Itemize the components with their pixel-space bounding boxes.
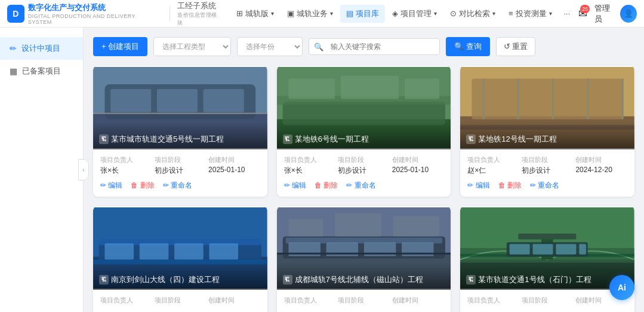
sidebar: ✏ 设计中项目 ▦ 已备案项目 ‹ — [0, 27, 84, 312]
bell-button[interactable]: ✉ 25 — [578, 7, 587, 20]
card-title-overlay: 🏗 某地铁6号线一期工程 — [277, 122, 451, 149]
card-title: 某地铁6号线一期工程 — [295, 134, 369, 145]
nav-label-rail: 城轨业务 — [297, 8, 328, 19]
time-value: 2024-12-20 — [575, 166, 627, 174]
delete-action[interactable]: 🗑 删除 — [498, 181, 522, 191]
nav-label-projects: 项目库 — [356, 8, 379, 19]
meta-owner: 项目负责人 — [467, 296, 519, 306]
svg-rect-55 — [580, 244, 587, 254]
card-body: 项目负责人 项目阶段 创建时间 ✏ 编辑 🗑 删除 ✏ 重命名 — [277, 290, 451, 312]
nav-right: ✉ 25 管理员 👤 — [578, 3, 637, 25]
card-body: 项目负责人 项目阶段 创建时间 ✏ 编辑 🗑 删除 ✏ 重命名 — [93, 290, 267, 312]
main-nav: ⊞ 城轨版 ▾ ▣ 城轨业务 ▾ ▤ 项目库 ◈ 项目管理 ▾ ⊙ 对比检索 ▾… — [230, 5, 575, 23]
nav-item-compare[interactable]: ⊙ 对比检索 ▾ — [444, 5, 501, 23]
user-name: 管理员 — [594, 3, 617, 25]
owner-label: 项目负责人 — [467, 155, 519, 164]
nav-more[interactable]: ··· — [559, 5, 575, 22]
ai-assistant-button[interactable]: Ai — [609, 275, 634, 300]
chevron-down-icon: ▾ — [434, 10, 437, 17]
svg-rect-52 — [510, 244, 530, 254]
chevron-down-icon: ▾ — [330, 10, 333, 17]
delete-action[interactable]: 🗑 删除 — [131, 181, 154, 191]
user-area[interactable]: 管理员 👤 — [594, 3, 637, 25]
nav-label-edition: 城轨版 — [245, 8, 269, 19]
project-card: 🏗 成都城轨7号线北辅线（磁山站）工程 项目负责人 项目阶段 创建时间 — [277, 206, 451, 312]
logo-area: D 数字化生产与交付系统 DIGITAL PRODUCTION AND DELI… — [7, 2, 155, 25]
nav-item-manage[interactable]: ◈ 项目管理 ▾ — [386, 5, 443, 23]
toolbar: + 创建项目 选择工程类型 选择年份 🔍 🔍 查询 ↺ 重置 — [93, 37, 634, 56]
reset-button[interactable]: ↺ 重置 — [496, 37, 536, 56]
owner-label: 项目负责人 — [284, 296, 336, 305]
phase-value: 初步设计 — [338, 166, 390, 176]
card-actions: ✏ 编辑 🗑 删除 ✏ 重命名 — [100, 181, 260, 191]
time-label: 创建时间 — [208, 155, 260, 164]
sidebar-item-archive[interactable]: ▦ 已备案项目 — [0, 60, 83, 82]
card-meta: 项目负责人 项目阶段 创建时间 — [467, 296, 627, 306]
edit-action[interactable]: ✏ 编辑 — [467, 181, 489, 191]
owner-label: 项目负责人 — [467, 296, 519, 305]
phase-label: 项目阶段 — [155, 296, 207, 305]
owner-label: 项目负责人 — [284, 155, 336, 164]
rename-action[interactable]: ✏ 重命名 — [530, 181, 559, 191]
rename-action[interactable]: ✏ 重命名 — [346, 181, 375, 191]
card-title-overlay: 🏗 南京到剑山大线（四）建设工程 — [93, 262, 267, 290]
owner-value: 张×长 — [284, 166, 336, 176]
card-title-overlay: 🏗 某地铁12号线一期工程 — [460, 122, 634, 149]
meta-phase: 项目阶段 初步设计 — [338, 155, 390, 176]
card-title-icon: 🏗 — [99, 134, 109, 144]
edition-icon: ⊞ — [236, 9, 243, 18]
svg-rect-28 — [140, 243, 169, 259]
meta-time: 创建时间 — [392, 296, 444, 306]
design-icon: ✏ — [10, 44, 17, 53]
card-meta: 项目负责人 张×长 项目阶段 初步设计 创建时间 2025-01-10 — [100, 155, 260, 176]
user-avatar: 👤 — [620, 5, 637, 23]
svg-rect-4 — [157, 89, 198, 112]
nav-item-rail[interactable]: ▣ 城轨业务 ▾ — [281, 5, 339, 23]
meta-time: 创建时间 — [208, 296, 260, 306]
nav-label-compare: 对比检索 — [459, 8, 490, 19]
archive-icon: ▦ — [10, 66, 17, 76]
chevron-down-icon: ▾ — [549, 10, 552, 17]
meta-owner: 项目负责人 — [284, 296, 336, 306]
create-project-button[interactable]: + 创建项目 — [93, 37, 147, 56]
logo-sub: DIGITAL PRODUCTION AND DELIVERY SYSTEM — [28, 13, 156, 25]
edit-action[interactable]: ✏ 编辑 — [284, 181, 306, 191]
card-title-overlay: 🏗 成都城轨7号线北辅线（磁山站）工程 — [277, 262, 451, 290]
card-meta: 项目负责人 赵×仁 项目阶段 初步设计 创建时间 2024-12-20 — [467, 155, 627, 176]
owner-label: 项目负责人 — [100, 155, 152, 164]
nav-item-consult[interactable]: ≡ 投资测量 ▾ — [503, 5, 558, 23]
card-title-icon: 🏗 — [283, 134, 292, 144]
time-label: 创建时间 — [392, 296, 444, 305]
card-title: 某市轨道交通1号线（石门）工程 — [478, 274, 591, 285]
card-meta: 项目负责人 项目阶段 创建时间 — [100, 296, 260, 306]
project-card: 🏗 南京到剑山大线（四）建设工程 项目负责人 项目阶段 创建时间 — [93, 206, 267, 312]
query-button[interactable]: 🔍 查询 — [446, 37, 490, 56]
time-label: 创建时间 — [575, 155, 627, 164]
meta-phase: 项目阶段 — [155, 296, 207, 306]
manage-icon: ◈ — [392, 9, 398, 18]
card-image: 🏗 某地铁6号线一期工程 — [277, 66, 451, 149]
phase-label: 项目阶段 — [338, 296, 390, 305]
project-card: 🏗 某市轨道交通1号线（石门）工程 项目负责人 项目阶段 创建时间 — [460, 206, 634, 312]
nav-item-edition[interactable]: ⊞ 城轨版 ▾ — [230, 5, 280, 23]
nav-item-projects[interactable]: ▤ 项目库 — [340, 5, 385, 23]
sidebar-item-design[interactable]: ✏ 设计中项目 — [0, 37, 83, 60]
sidebar-collapse-btn[interactable]: ‹ — [78, 159, 89, 181]
card-title: 南京到剑山大线（四）建设工程 — [111, 274, 220, 285]
system-sub: 造价信息管理模块 — [177, 11, 221, 27]
filter-type-select[interactable]: 选择工程类型 — [153, 37, 231, 56]
bell-badge: 25 — [580, 5, 590, 13]
project-card-grid: 🏗 某市城市轨道交通5号线一期工程 项目负责人 张×长 项目阶段 初步设计 创建… — [93, 66, 634, 312]
edit-action[interactable]: ✏ 编辑 — [100, 181, 122, 191]
meta-phase: 项目阶段 初步设计 — [522, 155, 574, 176]
project-card: 🏗 某地铁6号线一期工程 项目负责人 张×长 项目阶段 初步设计 创建时间 — [277, 66, 451, 197]
search-input[interactable] — [328, 39, 439, 54]
meta-time: 创建时间 2025-01-10 — [392, 155, 444, 176]
meta-owner: 项目负责人 张×长 — [284, 155, 336, 176]
delete-action[interactable]: 🗑 删除 — [315, 181, 338, 191]
rename-action[interactable]: ✏ 重命名 — [163, 181, 192, 191]
filter-year-select[interactable]: 选择年份 — [237, 37, 303, 56]
logo-title: 数字化生产与交付系统 — [28, 2, 156, 13]
svg-rect-29 — [174, 243, 204, 259]
phase-label: 项目阶段 — [522, 155, 574, 164]
